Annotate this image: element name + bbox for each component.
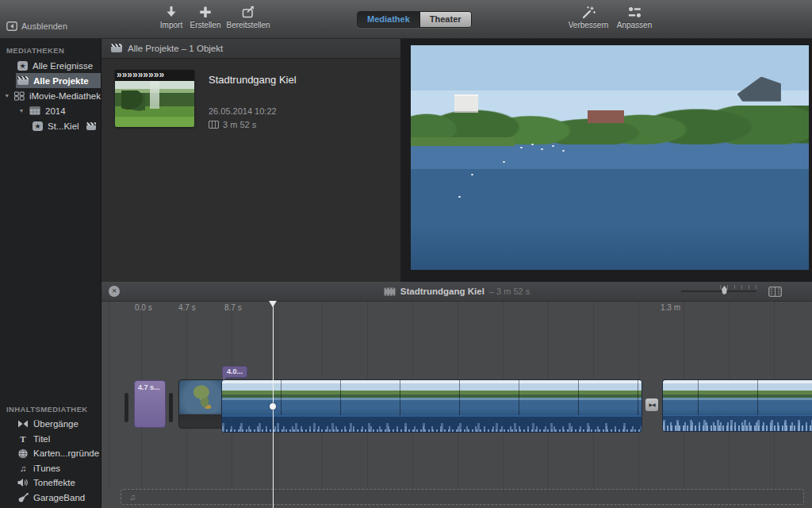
modern-roof-building <box>737 77 781 102</box>
top-toolbar: Ausblenden Import Erstellen Bereitstelle… <box>0 0 812 39</box>
sidebar-item-label: Toneffekte <box>33 478 75 487</box>
grid-icon <box>14 91 25 101</box>
create-button[interactable]: Erstellen <box>187 6 224 29</box>
project-thumbnail-image <box>115 81 194 127</box>
guitar-icon <box>17 493 29 502</box>
sidebar-item-label: Titel <box>33 434 50 444</box>
project-title: Stadtrundgang Kiel <box>209 74 297 86</box>
project-item[interactable]: »»»»»»»»» Stadtrundgang Kiel 26.05.2014 … <box>115 70 297 129</box>
adjust-button[interactable]: Anpassen <box>614 6 655 29</box>
disclosure-triangle-icon[interactable]: ▼ <box>4 93 10 98</box>
sidebar-item-alle-ereignisse[interactable]: ★ Alle Ereignisse <box>0 58 101 73</box>
background-music-well[interactable]: ♫ <box>121 489 804 505</box>
ruler-tick: 8.7 s <box>224 303 242 312</box>
title-clip-duration-label: 4.7 s... <box>135 381 165 391</box>
video-clip-thumbnails <box>222 380 642 415</box>
sidebar-item-label: St...Kiel <box>48 121 79 131</box>
clapperboard-icon <box>111 44 122 52</box>
music-note-icon: ♫ <box>129 492 136 502</box>
sidebar-item-label: Karten...rgründe <box>33 448 99 458</box>
star-icon: ★ <box>33 121 43 131</box>
playhead-triangle-icon <box>269 301 277 307</box>
sidebar-item-imovie-mediathek[interactable]: ▼ iMovie-Mediathek <box>0 88 101 103</box>
projects-panel: Alle Projekte – 1 Objekt »»»»»»»»» Stadt… <box>102 38 400 282</box>
video-preview[interactable] <box>411 45 809 270</box>
audio-waveform <box>663 415 812 432</box>
globe-icon <box>17 448 29 459</box>
timeline-panel: ✕ Stadtrundgang Kiel – 3 m 52 s 0. <box>102 282 812 508</box>
projects-header-label: Alle Projekte – 1 Objekt <box>128 44 223 53</box>
transition-icon <box>17 420 29 428</box>
filmstrip-chevrons-icon: »»»»»»»»» <box>115 70 194 81</box>
playhead[interactable] <box>273 301 274 508</box>
tab-theater[interactable]: Theater <box>419 12 471 27</box>
sidebar-item-label: Alle Ereignisse <box>33 61 93 71</box>
ruler-tick: 1.3 m <box>661 303 680 312</box>
filmstrip-icon <box>209 121 219 129</box>
transition-button[interactable]: ▶◀ <box>645 398 658 411</box>
title-clip[interactable]: 4.7 s... <box>134 380 166 428</box>
timeline-zoom-slider[interactable] <box>681 291 756 292</box>
enhance-button[interactable]: Verbessern <box>565 6 612 29</box>
playhead-position-dot <box>270 403 276 410</box>
red-building <box>588 110 623 123</box>
import-button[interactable]: Import <box>154 6 189 29</box>
hide-panel-icon <box>6 21 17 31</box>
create-label: Erstellen <box>190 21 221 29</box>
sidebar-item-uebergaenge[interactable]: Übergänge <box>0 417 102 432</box>
sidebar-item-st-kiel[interactable]: ★ St...Kiel <box>0 118 101 133</box>
sidebar: MEDIATHEKEN ★ Alle Ereignisse Alle Proje… <box>0 38 102 508</box>
sidebar-item-alle-projekte[interactable]: Alle Projekte <box>16 73 101 88</box>
shoreline-grass <box>411 137 515 146</box>
calendar-icon <box>29 106 40 115</box>
sidebar-item-garageband[interactable]: GarageBand <box>0 491 102 506</box>
content-library-section: INHALTSMEDIATHEK Übergänge T Titel <box>0 397 102 505</box>
sidebar-item-label: 2014 <box>45 106 66 116</box>
music-note-icon: ♫ <box>17 464 29 473</box>
ruler-tick: 0.0 s <box>135 303 152 312</box>
sidebar-item-2014[interactable]: ▼ 2014 <box>0 103 101 118</box>
sidebar-item-itunes[interactable]: ♫ iTunes <box>0 461 102 476</box>
sliders-icon <box>627 6 642 19</box>
ruler-tick: 4.7 s <box>178 303 196 312</box>
sidebar-item-karten[interactable]: Karten...rgründe <box>0 446 102 461</box>
close-timeline-button[interactable]: ✕ <box>109 286 120 297</box>
sidebar-item-label: iMovie-Mediathek <box>29 91 101 101</box>
timeline-project-duration: – 3 m 52 s <box>489 287 530 296</box>
timeline-title-group: Stadtrundgang Kiel – 3 m 52 s <box>384 287 530 296</box>
clapperboard-icon <box>17 76 29 85</box>
hide-sidebar-button[interactable]: Ausblenden <box>6 21 67 31</box>
video-clip-2[interactable] <box>662 379 812 432</box>
sidebar-item-titel[interactable]: T Titel <box>0 432 102 447</box>
project-duration-row: 3 m 52 s <box>209 120 297 129</box>
globe-landmass <box>179 380 225 414</box>
imovie-window: Ausblenden Import Erstellen Bereitstelle… <box>0 0 812 508</box>
white-building <box>454 94 478 113</box>
speaker-icon <box>17 478 29 487</box>
adjust-label: Anpassen <box>617 21 652 29</box>
preview-panel <box>400 38 812 282</box>
sidebar-item-toneffekte[interactable]: Toneffekte <box>0 475 102 491</box>
tab-mediathek[interactable]: Mediathek <box>358 12 419 27</box>
import-icon <box>163 6 179 19</box>
import-label: Import <box>160 21 182 29</box>
clip-appearance-icon[interactable] <box>768 287 782 297</box>
content-section-header: INHALTSMEDIATHEK <box>0 397 102 417</box>
video-clip-1[interactable] <box>221 379 642 433</box>
project-metadata: Stadtrundgang Kiel 26.05.2014 10:22 3 m … <box>209 70 297 129</box>
transition-handle[interactable] <box>124 393 128 422</box>
project-thumbnail[interactable]: »»»»»»»»» <box>115 70 194 127</box>
timeline-header: ✕ Stadtrundgang Kiel – 3 m 52 s <box>102 282 812 302</box>
transition-handle[interactable] <box>169 393 173 422</box>
sidebar-item-label: Alle Projekte <box>33 76 89 86</box>
share-label: Bereitstellen <box>226 21 270 29</box>
hide-sidebar-label: Ausblenden <box>21 21 67 31</box>
share-button[interactable]: Bereitstellen <box>224 6 273 29</box>
sidebar-item-label: Übergänge <box>33 419 79 429</box>
libraries-section-header: MEDIATHEKEN <box>0 38 101 58</box>
clip-duration-badge: 4.0... <box>222 366 247 378</box>
disclosure-triangle-icon[interactable]: ▼ <box>18 108 25 114</box>
audio-waveform <box>222 415 642 433</box>
timeline-ruler[interactable]: 0.0 s 4.7 s 8.7 s 1.3 m <box>102 301 812 315</box>
map-clip[interactable] <box>178 379 226 429</box>
